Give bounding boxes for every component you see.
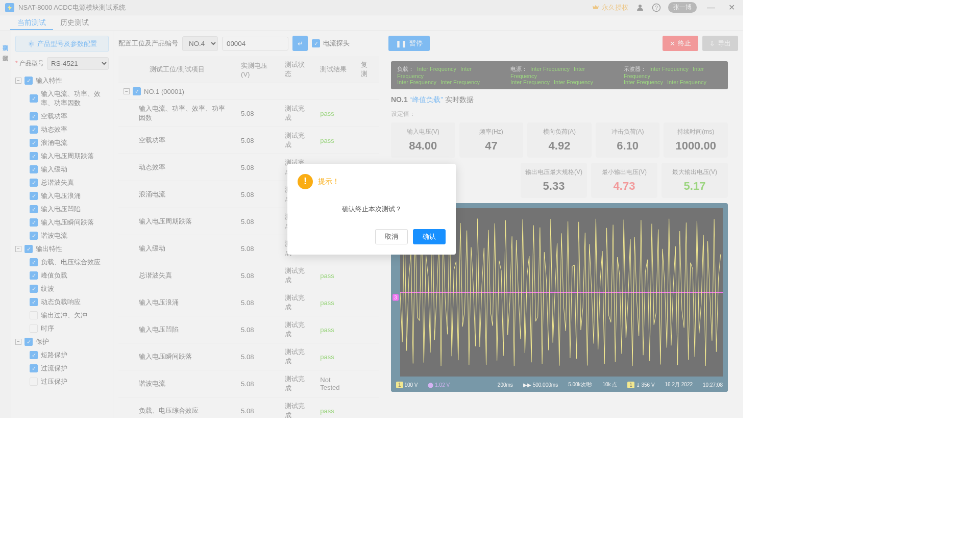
- modal-overlay: ! 提示！ 确认终止本次测试？ 取消 确认: [0, 0, 743, 418]
- modal-body: 确认终止本次测试？: [298, 205, 446, 214]
- modal-ok-button[interactable]: 确认: [413, 229, 446, 244]
- modal-cancel-button[interactable]: 取消: [375, 229, 408, 244]
- warning-icon: !: [298, 174, 313, 189]
- modal-title: 提示！: [318, 177, 339, 186]
- confirm-modal: ! 提示！ 确认终止本次测试？ 取消 确认: [287, 164, 456, 255]
